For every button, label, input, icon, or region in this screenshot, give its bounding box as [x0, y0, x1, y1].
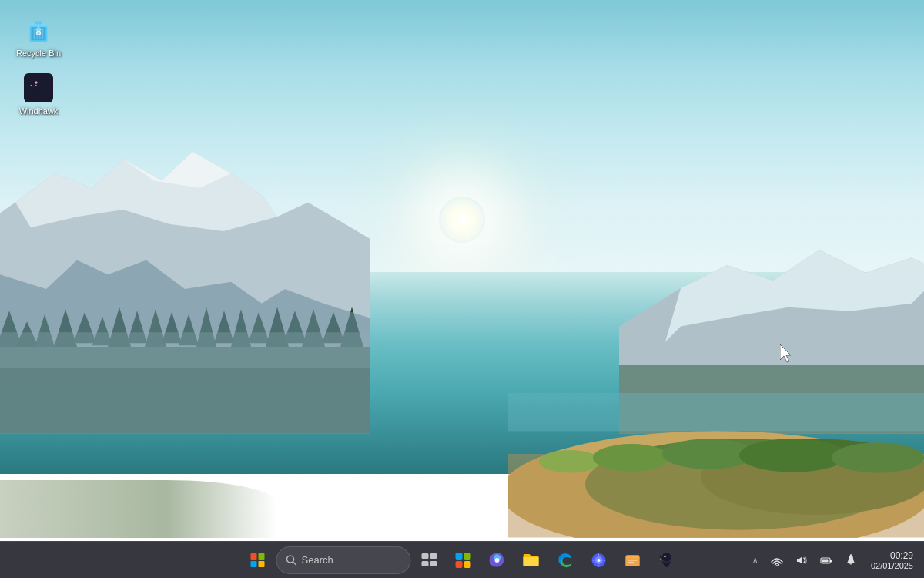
datetime-button[interactable]: 00:29 02/01/2025 [864, 545, 918, 576]
svg-point-51 [35, 82, 37, 83]
widgets-button[interactable] [448, 545, 479, 576]
svg-point-35 [593, 444, 670, 472]
svg-point-74 [776, 565, 778, 566]
svg-rect-56 [422, 561, 429, 566]
recycle-bin-image: ♻ [23, 15, 54, 45]
clock-time: 00:29 [890, 550, 913, 561]
svg-rect-76 [830, 560, 832, 562]
copilot2-button[interactable] [584, 545, 614, 576]
svg-point-73 [665, 556, 665, 556]
notification-icon [845, 554, 857, 566]
network-icon-button[interactable] [765, 546, 788, 574]
win-tile-2 [259, 553, 265, 560]
file-explorer-button[interactable] [516, 545, 547, 576]
notification-button[interactable] [839, 546, 862, 574]
windhawk-taskbar-button[interactable] [651, 545, 682, 576]
taskbar: Search [0, 541, 924, 578]
copilot-icon [488, 551, 507, 570]
svg-rect-60 [456, 561, 463, 568]
sound-icon [795, 554, 808, 566]
network-icon [771, 554, 783, 566]
task-view-button[interactable] [414, 545, 445, 576]
search-icon [286, 555, 297, 566]
windows-logo [251, 553, 265, 567]
win-tile-1 [251, 553, 257, 560]
win-tile-3 [251, 561, 257, 567]
svg-point-63 [495, 558, 500, 563]
svg-point-37 [739, 439, 847, 472]
clock-date: 02/01/2025 [871, 561, 913, 570]
windhawk-label: Windhawk [19, 106, 59, 116]
svg-text:♻: ♻ [35, 29, 42, 37]
svg-point-71 [662, 553, 671, 562]
recycle-bin-icon[interactable]: ♻ Recycle Bin [12, 12, 65, 62]
files-button[interactable] [618, 545, 648, 576]
svg-point-66 [598, 559, 601, 562]
svg-rect-68 [626, 556, 640, 566]
svg-point-34 [539, 450, 601, 473]
file-explorer-icon [522, 551, 541, 570]
taskbar-center: Search [243, 545, 682, 576]
windhawk-image [23, 72, 54, 103]
marsh-grassland [508, 393, 924, 538]
svg-rect-54 [422, 553, 429, 559]
svg-rect-39 [508, 393, 924, 431]
shore-left [0, 480, 277, 538]
svg-rect-70 [628, 562, 634, 563]
svg-rect-55 [430, 553, 437, 559]
svg-rect-59 [464, 553, 471, 560]
svg-rect-58 [456, 553, 463, 560]
task-view-icon [420, 551, 439, 570]
search-bar[interactable]: Search [276, 546, 411, 574]
system-tray: ∧ [745, 545, 918, 576]
battery-icon-button[interactable] [815, 546, 838, 574]
svg-rect-69 [628, 560, 638, 561]
sound-icon-button[interactable] [790, 546, 813, 574]
desktop-icons: ♻ Recycle Bin [12, 12, 65, 119]
svg-rect-78 [850, 554, 852, 556]
svg-rect-77 [822, 559, 829, 562]
windhawk-desktop-icon[interactable]: Windhawk [12, 69, 65, 119]
edge-button[interactable] [550, 545, 581, 576]
search-label: Search [302, 554, 333, 566]
edge-icon [556, 551, 574, 570]
desktop: ♻ Recycle Bin [0, 0, 924, 578]
widgets-icon [454, 551, 473, 570]
start-button[interactable] [243, 545, 273, 576]
files-icon [624, 551, 642, 570]
mountain-left [0, 116, 370, 434]
copilot-button[interactable] [482, 545, 513, 576]
svg-line-53 [293, 562, 296, 565]
svg-point-38 [832, 442, 924, 472]
svg-point-49 [33, 78, 44, 89]
windhawk-taskbar-icon [658, 551, 676, 570]
sun [439, 197, 485, 243]
battery-icon [820, 554, 832, 566]
svg-rect-61 [464, 561, 471, 568]
copilot2-icon [590, 551, 608, 570]
show-hidden-icons-button[interactable]: ∧ [745, 546, 764, 574]
recycle-bin-label: Recycle Bin [16, 49, 61, 59]
svg-rect-43 [35, 22, 42, 25]
chevron-up-icon: ∧ [752, 556, 758, 564]
win-tile-4 [259, 561, 265, 567]
svg-rect-57 [430, 561, 437, 566]
